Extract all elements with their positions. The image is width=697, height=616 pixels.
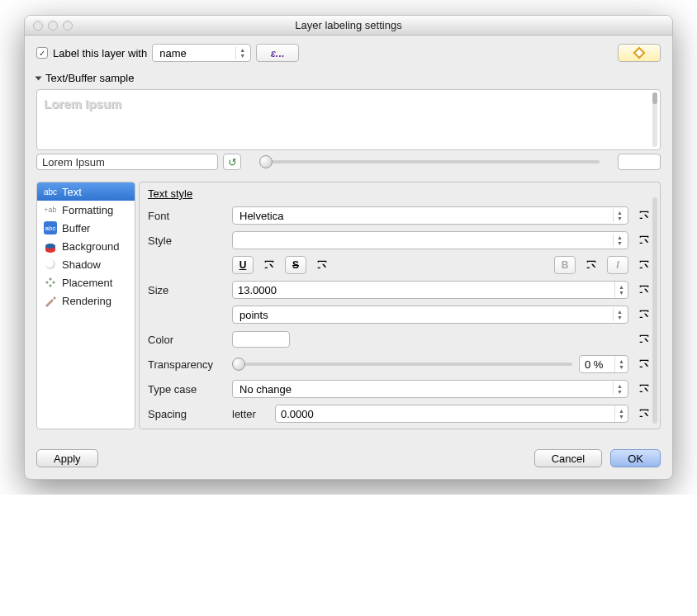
font-datadefined-button[interactable]	[635, 206, 653, 225]
sample-slider[interactable]	[259, 160, 600, 163]
sidebar-item-buffer[interactable]: abc Buffer	[37, 219, 135, 237]
dialog-window: Layer labeling settings ✓ Label this lay…	[24, 15, 673, 480]
style-select[interactable]: ▲▼	[232, 231, 628, 249]
typecase-select[interactable]: No change ▲▼	[232, 380, 628, 398]
sidebar-item-background[interactable]: Background	[37, 237, 135, 255]
sidebar-item-text[interactable]: abc Text	[37, 182, 135, 201]
datadefined-icon	[315, 258, 330, 272]
sidebar-item-shadow[interactable]: Shadow	[37, 255, 135, 273]
letter-datadefined-button[interactable]	[635, 405, 653, 423]
apply-label: Apply	[54, 453, 81, 465]
strikeout-datadefined-button[interactable]	[313, 256, 331, 274]
color-swatch[interactable]	[232, 331, 290, 348]
preview-scroll-thumb[interactable]	[652, 92, 657, 104]
label-layer-text: Label this layer with	[53, 47, 147, 59]
sample-preview: Lorem Ipsum	[36, 89, 661, 150]
size-spinbox[interactable]: 13.0000 ▲▼	[232, 281, 628, 299]
titlebar: Layer labeling settings	[25, 16, 672, 36]
category-sidebar: abc Text +ab Formatting abc Buffer Backg…	[36, 182, 135, 429]
datadefined-icon	[637, 358, 652, 371]
sidebar-item-rendering[interactable]: Rendering	[37, 291, 135, 310]
font-label: Font	[148, 210, 225, 222]
datadefined-icon	[637, 234, 652, 247]
cancel-button[interactable]: Cancel	[534, 449, 602, 467]
size-unit-select[interactable]: points ▲▼	[232, 306, 628, 324]
chevron-updown-icon: ▲▼	[613, 382, 626, 396]
transparency-datadefined-button[interactable]	[635, 355, 653, 373]
sample-text-input[interactable]: Lorem Ipsum	[36, 154, 218, 170]
sidebar-item-label: Placement	[62, 277, 112, 289]
ok-label: OK	[628, 453, 643, 465]
reset-sample-button[interactable]: ↺	[223, 154, 241, 170]
spin-arrows-icon[interactable]: ▲▼	[614, 282, 628, 298]
sample-text-value: Lorem Ipsum	[42, 156, 105, 168]
bold-datadefined-button[interactable]	[582, 256, 600, 274]
color-datadefined-button[interactable]	[635, 330, 653, 348]
chevron-updown-icon: ▲▼	[613, 308, 626, 321]
rendering-icon	[44, 294, 57, 307]
transparency-spinbox[interactable]: 0 % ▲▼	[579, 355, 628, 373]
bold-label: B	[562, 259, 569, 271]
sidebar-item-label: Text	[62, 186, 82, 198]
slider-knob-icon[interactable]	[259, 155, 273, 168]
spacing-label: Spacing	[148, 408, 225, 420]
datadefined-icon	[637, 258, 652, 272]
label-layer-checkbox[interactable]: ✓	[36, 47, 48, 59]
typecase-label: Type case	[148, 383, 225, 396]
transparency-label: Transparency	[148, 358, 225, 371]
style-datadefined-button[interactable]	[635, 231, 653, 249]
datadefined-icon	[637, 209, 652, 222]
text-style-panel: Text style Font Helvetica ▲▼ Style ▲▼	[139, 182, 661, 429]
datadefined-icon	[637, 308, 652, 321]
transparency-slider[interactable]	[232, 362, 572, 366]
sample-disclosure[interactable]: Text/Buffer sample	[36, 72, 661, 84]
shadow-icon	[44, 258, 57, 271]
spin-arrows-icon[interactable]: ▲▼	[614, 405, 628, 422]
sample-header: Text/Buffer sample	[45, 72, 134, 84]
label-field-select[interactable]: name ▲▼	[152, 44, 251, 62]
datadefined-icon	[637, 283, 652, 296]
font-select[interactable]: Helvetica ▲▼	[232, 206, 628, 225]
size-unit-value: points	[239, 309, 268, 321]
ok-button[interactable]: OK	[610, 449, 661, 467]
sidebar-item-placement[interactable]: Placement	[37, 273, 135, 291]
typecase-datadefined-button[interactable]	[635, 380, 653, 398]
transparency-value: 0 %	[580, 356, 614, 372]
italic-label: I	[616, 259, 619, 271]
expression-button[interactable]: ε...	[256, 44, 299, 62]
size-label: Size	[148, 284, 225, 296]
size-datadefined-button[interactable]	[635, 281, 653, 299]
size-unit-datadefined-button[interactable]	[635, 306, 653, 324]
datadefined-icon	[637, 382, 652, 396]
underline-toggle[interactable]: U	[232, 256, 254, 274]
automated-settings-button[interactable]	[618, 44, 661, 62]
font-value: Helvetica	[239, 210, 283, 222]
letter-spacing-spinbox[interactable]: 0.0000 ▲▼	[275, 405, 628, 423]
preview-text: Lorem Ipsum	[44, 97, 653, 111]
minimize-icon[interactable]	[48, 21, 58, 31]
bold-toggle[interactable]: B	[554, 256, 576, 274]
svg-point-1	[45, 259, 54, 268]
sidebar-item-label: Background	[62, 240, 119, 253]
underline-datadefined-button[interactable]	[260, 256, 278, 274]
italic-datadefined-button[interactable]	[635, 256, 653, 274]
close-icon[interactable]	[33, 21, 43, 31]
spin-arrows-icon[interactable]: ▲▼	[614, 356, 628, 372]
slider-knob-icon[interactable]	[232, 358, 245, 371]
size-value: 13.0000	[233, 282, 614, 298]
datadefined-icon	[637, 407, 652, 420]
zoom-icon[interactable]	[63, 21, 73, 31]
diamond-icon	[632, 45, 647, 60]
apply-button[interactable]: Apply	[36, 449, 98, 467]
sidebar-item-formatting[interactable]: +ab Formatting	[37, 201, 135, 219]
sidebar-item-label: Formatting	[62, 204, 113, 216]
section-title: Text style	[148, 187, 653, 200]
sample-slider-value[interactable]	[618, 154, 661, 170]
strikeout-toggle[interactable]: S	[285, 256, 306, 274]
buffer-icon: abc	[44, 221, 57, 235]
italic-toggle[interactable]: I	[607, 256, 628, 274]
style-label: Style	[148, 235, 225, 247]
formatting-icon: +ab	[44, 203, 57, 216]
sidebar-item-label: Rendering	[62, 295, 111, 307]
sidebar-item-label: Buffer	[62, 222, 90, 235]
